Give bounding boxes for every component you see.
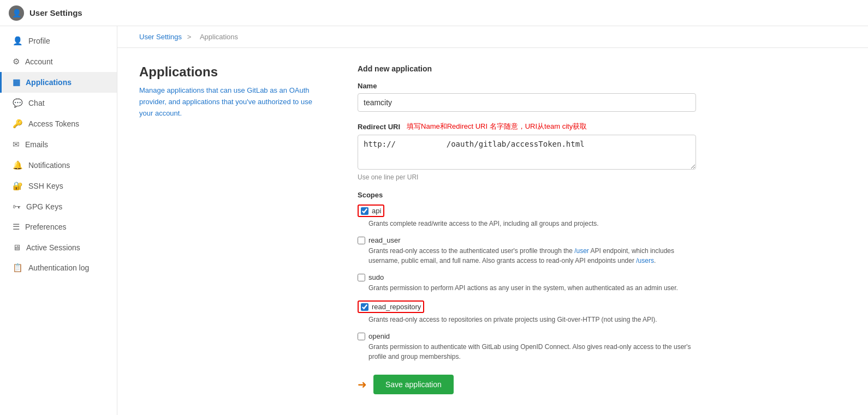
save-btn-container: ➜ Save application	[358, 375, 696, 394]
left-section: Applications Manage applications that ca…	[139, 64, 325, 399]
sidebar-item-label: Active Sessions	[26, 243, 80, 252]
sidebar-item-label: Emails	[25, 140, 48, 149]
chat-icon: 💬	[13, 98, 23, 108]
sidebar-item-label: Profile	[28, 37, 50, 45]
sidebar-item-label: Chat	[28, 99, 45, 107]
scope-highlighted-api: api	[358, 205, 384, 217]
redirect-note: 填写Name和Redirect URI 名字随意，URI从team city获取	[407, 122, 587, 131]
breadcrumb-parent[interactable]: User Settings	[139, 33, 182, 41]
scope-checkbox-read-user[interactable]	[358, 237, 365, 244]
name-label: Name	[358, 82, 696, 90]
notifications-icon: 🔔	[13, 160, 23, 170]
scope-desc-read-user: Grants read-only access to the authentic…	[368, 246, 696, 266]
sidebar-item-account[interactable]: ⚙ Account	[0, 51, 117, 72]
preferences-icon: ☰	[13, 222, 20, 232]
scope-highlighted-read-repository: read_repository	[358, 300, 424, 313]
sidebar-item-label: Account	[25, 57, 53, 66]
sidebar-item-label: GPG Keys	[26, 202, 62, 211]
scope-item-api: api Grants complete read/write access to…	[358, 205, 696, 228]
scope-checkbox-api[interactable]	[361, 207, 368, 215]
main-layout: 👤 Profile ⚙ Account ▦ Applications 💬 Cha…	[0, 26, 868, 415]
right-section: Add new application Name Redirect URI 填写…	[358, 64, 696, 399]
breadcrumb-separator: >	[187, 33, 192, 41]
gpg-keys-icon: 🗝	[13, 202, 21, 211]
user-avatar-icon: 👤	[9, 5, 24, 21]
redirect-uri-input[interactable]: http:// /oauth/gitlab/accessToken.html	[358, 135, 696, 170]
scope-item-openid: openid Grants permission to authenticate…	[358, 332, 696, 362]
scope-label-read-user[interactable]: read_user	[358, 236, 696, 244]
scopes-title: Scopes	[358, 191, 696, 199]
scope-item-read-user: read_user Grants read-only access to the…	[358, 236, 696, 266]
scope-label-read-repository[interactable]: read_repository	[358, 300, 696, 313]
name-group: Name	[358, 82, 696, 112]
scope-label-sudo[interactable]: sudo	[358, 273, 696, 281]
auth-log-icon: 📋	[13, 263, 23, 273]
sidebar-item-notifications[interactable]: 🔔 Notifications	[0, 155, 117, 176]
arrow-icon: ➜	[358, 378, 367, 391]
active-sessions-icon: 🖥	[13, 243, 21, 252]
scope-desc-sudo: Grants permission to perform API actions…	[368, 283, 696, 293]
sidebar-item-emails[interactable]: ✉ Emails	[0, 134, 117, 155]
scope-checkbox-openid[interactable]	[358, 333, 365, 340]
scope-name-read-repository: read_repository	[372, 303, 421, 311]
scope-checkbox-sudo[interactable]	[358, 274, 365, 281]
scope-item-sudo: sudo Grants permission to perform API ac…	[358, 273, 696, 293]
section-title: Add new application	[358, 64, 696, 73]
sidebar-item-label: SSH Keys	[28, 182, 63, 190]
sidebar-item-label: Notifications	[28, 161, 70, 170]
name-input[interactable]	[358, 93, 696, 112]
redirect-hint: Use one line per URI	[358, 173, 696, 181]
sidebar-item-access-tokens[interactable]: 🔑 Access Tokens	[0, 113, 117, 134]
redirect-header: Redirect URI 填写Name和Redirect URI 名字随意，UR…	[358, 122, 696, 131]
scope-name-sudo: sudo	[368, 273, 384, 281]
sidebar-item-applications[interactable]: ▦ Applications	[0, 72, 117, 93]
scope-item-read-repository: read_repository Grants read-only access …	[358, 300, 696, 324]
scope-desc-read-repository: Grants read-only access to repositories …	[368, 315, 696, 324]
scope-name-openid: openid	[368, 332, 390, 340]
sidebar-item-profile[interactable]: 👤 Profile	[0, 31, 117, 51]
sidebar-item-label: Preferences	[25, 222, 66, 231]
breadcrumb-current: Applications	[200, 33, 238, 41]
scopes-group: Scopes api Grants complete read/write ac…	[358, 191, 696, 362]
scope-name-read-user: read_user	[368, 236, 401, 244]
access-tokens-icon: 🔑	[13, 119, 23, 129]
sidebar-item-chat[interactable]: 💬 Chat	[0, 93, 117, 113]
sidebar-item-label: Applications	[26, 78, 72, 87]
sidebar-item-active-sessions[interactable]: 🖥 Active Sessions	[0, 237, 117, 257]
ssh-keys-icon: 🔐	[13, 181, 23, 191]
sidebar-item-auth-log[interactable]: 📋 Authentication log	[0, 257, 117, 278]
sidebar-item-gpg-keys[interactable]: 🗝 GPG Keys	[0, 196, 117, 216]
sidebar-item-preferences[interactable]: ☰ Preferences	[0, 216, 117, 237]
save-application-button[interactable]: Save application	[373, 375, 454, 394]
sidebar-item-label: Authentication log	[28, 263, 89, 272]
top-bar: 👤 User Settings	[0, 0, 868, 26]
emails-icon: ✉	[13, 140, 20, 149]
scope-desc-openid: Grants permission to authenticate with G…	[368, 342, 696, 362]
scope-checkbox-read-repository[interactable]	[361, 303, 368, 311]
scope-label-api[interactable]: api	[358, 205, 696, 217]
breadcrumb: User Settings > Applications	[117, 26, 868, 48]
sidebar-item-label: Access Tokens	[28, 119, 79, 128]
scope-desc-api: Grants complete read/write access to the…	[368, 219, 696, 228]
applications-icon: ▦	[13, 77, 20, 87]
sidebar-item-ssh-keys[interactable]: 🔐 SSH Keys	[0, 176, 117, 196]
profile-icon: 👤	[13, 36, 23, 46]
sidebar: 👤 Profile ⚙ Account ▦ Applications 💬 Cha…	[0, 26, 117, 415]
scope-name-api: api	[372, 207, 381, 215]
applications-title: Applications	[139, 64, 325, 80]
applications-description: Manage applications that can use GitLab …	[139, 85, 325, 119]
content-area: Applications Manage applications that ca…	[117, 48, 868, 415]
main-content: User Settings > Applications Application…	[117, 26, 868, 415]
account-icon: ⚙	[13, 57, 20, 67]
redirect-label: Redirect URI	[358, 123, 400, 131]
redirect-uri-group: Redirect URI 填写Name和Redirect URI 名字随意，UR…	[358, 122, 696, 181]
page-title: User Settings	[29, 8, 82, 17]
scope-label-openid[interactable]: openid	[358, 332, 696, 340]
